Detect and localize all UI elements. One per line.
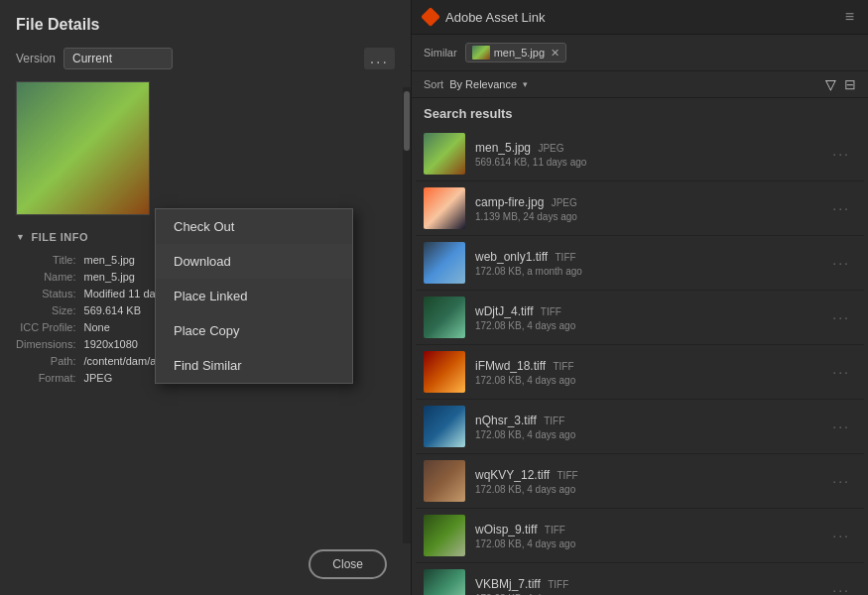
icc-label: ICC Profile: <box>16 320 76 334</box>
result-info: men_5.jpg JPEG 569.614 KB, 11 days ago <box>475 141 826 168</box>
result-thumbnail <box>424 187 465 229</box>
dropdown-item-checkout[interactable]: Check Out <box>156 209 352 244</box>
dropdown-item-place-linked[interactable]: Place Linked <box>156 279 352 313</box>
list-item[interactable]: wqKVY_12.tiff TIFF 172.08 KB, 4 days ago… <box>416 454 864 509</box>
result-info: wDjtJ_4.tiff TIFF 172.08 KB, 4 days ago <box>475 304 826 331</box>
version-select[interactable]: Current <box>63 48 173 69</box>
header-title-row: Adobe Asset Link <box>424 10 545 25</box>
sort-value-button[interactable]: By Relevance <box>449 78 517 90</box>
result-info: web_only1.tiff TIFF 172.08 KB, a month a… <box>475 250 826 277</box>
sort-label: Sort <box>424 78 443 90</box>
result-thumbnail <box>424 406 465 447</box>
version-row: Version Current ... <box>16 48 395 69</box>
list-item[interactable]: camp-fire.jpg JPEG 1.139 MB, 24 days ago… <box>416 181 864 236</box>
result-thumbnail <box>424 351 465 393</box>
result-name: men_5.jpg JPEG <box>475 141 826 155</box>
result-info: camp-fire.jpg JPEG 1.139 MB, 24 days ago <box>475 195 826 222</box>
result-meta: 172.08 KB, a month ago <box>475 266 826 277</box>
left-panel: File Details Version Current ... Check O… <box>0 0 412 595</box>
search-results-label: Search results <box>412 98 868 127</box>
panel-title: File Details <box>16 16 395 34</box>
result-name: web_only1.tiff TIFF <box>475 250 826 264</box>
result-thumbnail <box>424 133 465 175</box>
file-preview-image <box>16 81 150 215</box>
result-info: VKBMj_7.tiff TIFF 172.08 KB, 4 days ago <box>475 577 826 596</box>
result-meta: 172.08 KB, 4 days ago <box>475 484 826 495</box>
dropdown-item-download[interactable]: Download <box>156 244 352 279</box>
list-view-icon[interactable]: ⊟ <box>844 76 856 92</box>
context-dropdown-menu: Check Out Download Place Linked Place Co… <box>155 208 353 384</box>
filter-label: Similar <box>424 47 457 59</box>
result-info: iFMwd_18.tiff TIFF 172.08 KB, 4 days ago <box>475 359 826 386</box>
result-thumbnail <box>424 297 465 338</box>
result-meta: 172.08 KB, 4 days ago <box>475 320 826 331</box>
result-thumbnail <box>424 515 465 556</box>
result-options-button[interactable]: ··· <box>826 196 856 220</box>
result-meta: 1.139 MB, 24 days ago <box>475 211 826 222</box>
result-options-button[interactable]: ··· <box>826 142 856 166</box>
filter-row: Similar men_5.jpg ✕ <box>412 35 868 71</box>
list-item[interactable]: wDjtJ_4.tiff TIFF 172.08 KB, 4 days ago … <box>416 291 864 345</box>
adobe-diamond-icon <box>421 7 440 27</box>
size-label: Size: <box>16 303 76 317</box>
list-item[interactable]: iFMwd_18.tiff TIFF 172.08 KB, 4 days ago… <box>416 345 864 400</box>
result-meta: 172.08 KB, 4 days ago <box>475 538 826 549</box>
status-label: Status: <box>16 287 76 300</box>
list-item[interactable]: men_5.jpg JPEG 569.614 KB, 11 days ago ·… <box>416 127 864 181</box>
header-menu-icon[interactable]: ≡ <box>845 8 856 26</box>
result-options-button[interactable]: ··· <box>826 305 856 329</box>
scrollbar[interactable] <box>403 87 411 543</box>
scrollbar-thumb <box>404 91 410 151</box>
result-name: wqKVY_12.tiff TIFF <box>475 468 826 482</box>
result-options-button[interactable]: ··· <box>826 415 856 438</box>
result-name: camp-fire.jpg JPEG <box>475 195 826 209</box>
list-item[interactable]: nQhsr_3.tiff TIFF 172.08 KB, 4 days ago … <box>416 400 864 454</box>
path-label: Path: <box>16 354 76 368</box>
result-options-button[interactable]: ··· <box>826 251 856 275</box>
result-meta: 569.614 KB, 11 days ago <box>475 157 826 168</box>
image-placeholder <box>17 82 149 214</box>
sort-right: ▽ ⊟ <box>825 76 856 92</box>
chevron-down-icon: ▼ <box>16 232 25 242</box>
close-button[interactable]: Close <box>309 549 387 579</box>
result-name: wDjtJ_4.tiff TIFF <box>475 304 826 318</box>
chip-close-button[interactable]: ✕ <box>551 47 559 60</box>
result-thumbnail <box>424 569 465 595</box>
dropdown-item-find-similar[interactable]: Find Similar <box>156 348 352 383</box>
result-thumbnail <box>424 242 465 284</box>
similar-chip: men_5.jpg ✕ <box>465 43 566 62</box>
result-name: wOisp_9.tiff TIFF <box>475 523 826 536</box>
result-info: wOisp_9.tiff TIFF 172.08 KB, 4 days ago <box>475 523 826 549</box>
results-list: men_5.jpg JPEG 569.614 KB, 11 days ago ·… <box>412 127 868 595</box>
right-panel: Adobe Asset Link ≡ Similar men_5.jpg ✕ S… <box>412 0 868 595</box>
chip-thumbnail <box>472 46 490 60</box>
version-dots-button[interactable]: ... <box>364 48 395 69</box>
sort-chevron-icon: ▾ <box>523 79 528 89</box>
result-meta: 172.08 KB, 4 days ago <box>475 429 826 440</box>
result-options-button[interactable]: ··· <box>826 360 856 384</box>
filter-funnel-icon[interactable]: ▽ <box>825 76 836 92</box>
result-meta: 172.08 KB, 4 days ago <box>475 375 826 386</box>
dimensions-label: Dimensions: <box>16 337 76 351</box>
result-info: nQhsr_3.tiff TIFF 172.08 KB, 4 days ago <box>475 414 826 440</box>
list-item[interactable]: web_only1.tiff TIFF 172.08 KB, a month a… <box>416 236 864 291</box>
result-info: wqKVY_12.tiff TIFF 172.08 KB, 4 days ago <box>475 468 826 495</box>
result-name: iFMwd_18.tiff TIFF <box>475 359 826 373</box>
chip-text: men_5.jpg <box>494 47 545 59</box>
header-title: Adobe Asset Link <box>445 10 545 25</box>
format-label: Format: <box>16 371 76 385</box>
result-thumbnail <box>424 460 465 502</box>
version-label: Version <box>16 52 56 65</box>
result-options-button[interactable]: ··· <box>826 524 856 547</box>
result-name: VKBMj_7.tiff TIFF <box>475 577 826 591</box>
result-options-button[interactable]: ··· <box>826 469 856 493</box>
sort-left: Sort By Relevance ▾ <box>424 78 528 90</box>
list-item[interactable]: VKBMj_7.tiff TIFF 172.08 KB, 4 days ago … <box>416 563 864 595</box>
dropdown-item-place-copy[interactable]: Place Copy <box>156 313 352 348</box>
name-label: Name: <box>16 270 76 284</box>
title-label: Title: <box>16 253 76 267</box>
file-info-label: FILE INFO <box>31 231 88 243</box>
result-options-button[interactable]: ··· <box>826 578 856 595</box>
sort-row: Sort By Relevance ▾ ▽ ⊟ <box>412 71 868 98</box>
list-item[interactable]: wOisp_9.tiff TIFF 172.08 KB, 4 days ago … <box>416 509 864 563</box>
